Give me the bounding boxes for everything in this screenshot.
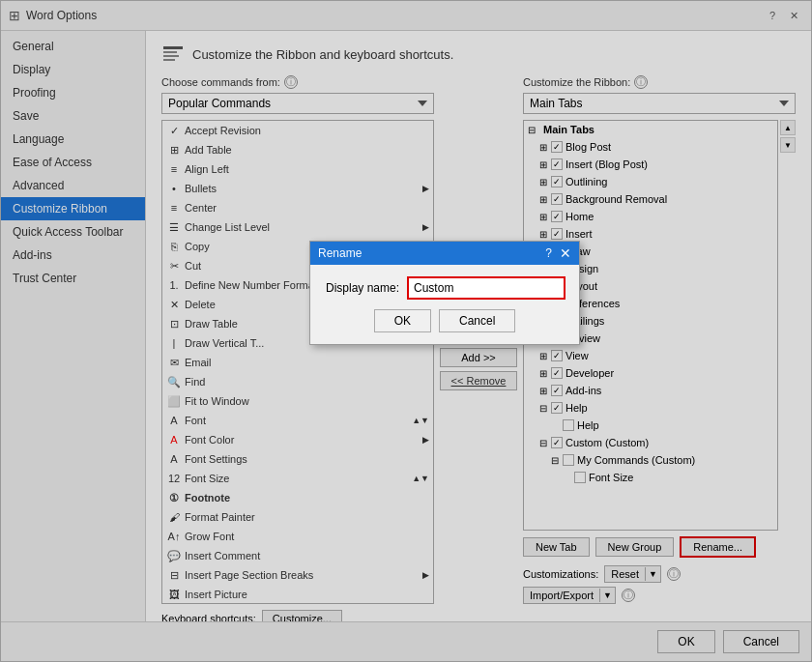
modal-body: Display name: OK Cancel xyxy=(310,265,579,344)
modal-buttons: OK Cancel xyxy=(326,309,564,332)
display-name-input[interactable] xyxy=(407,276,566,300)
modal-overlay: Rename ? ✕ Display name: OK Cancel xyxy=(1,1,811,661)
word-options-window: ⊞ Word Options ? ✕ General Display Proof… xyxy=(0,0,812,662)
modal-cancel-button[interactable]: Cancel xyxy=(439,309,515,332)
modal-title-bar: Rename ? ✕ xyxy=(310,242,579,265)
display-name-label: Display name: xyxy=(326,281,399,295)
modal-close-button[interactable]: ✕ xyxy=(560,246,571,260)
modal-title: Rename xyxy=(318,246,362,260)
modal-ok-button[interactable]: OK xyxy=(374,309,431,332)
modal-help-button[interactable]: ? xyxy=(545,246,552,260)
modal-field-row: Display name: xyxy=(326,276,564,300)
rename-dialog: Rename ? ✕ Display name: OK Cancel xyxy=(309,241,580,345)
